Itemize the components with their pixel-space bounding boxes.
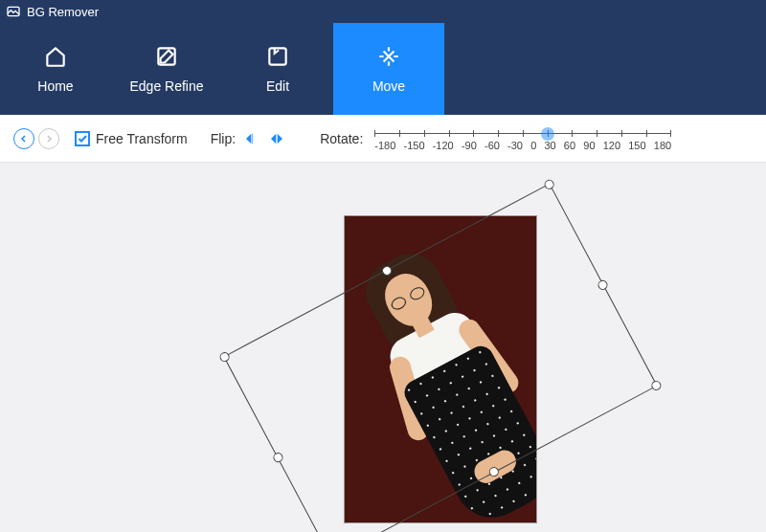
handle-left-center[interactable] — [272, 451, 285, 464]
handle-top-right[interactable] — [543, 178, 556, 191]
nav-label: Home — [37, 78, 73, 94]
undo-redo-group — [13, 128, 59, 149]
flip-horizontal-button[interactable] — [243, 131, 260, 146]
redo-button[interactable] — [38, 128, 59, 149]
move-toolbar: Free Transform Flip: Rotate: -180-150-12… — [0, 115, 766, 163]
nav-label: Edit — [266, 78, 289, 94]
main-nav: Home Edge Refine Edit Move — [0, 23, 766, 115]
flip-group: Flip: — [211, 131, 285, 146]
titlebar: BG Remover — [0, 0, 766, 23]
canvas-area[interactable] — [0, 163, 766, 532]
handle-top-left[interactable] — [218, 350, 232, 364]
free-transform-label: Free Transform — [96, 131, 188, 146]
slider-ticks — [374, 130, 671, 137]
handle-right-center[interactable] — [597, 278, 610, 292]
rotate-slider[interactable]: -180-150-120-90-60-300306090120150180 — [374, 124, 671, 153]
subject-image — [345, 216, 536, 522]
image-frame[interactable] — [345, 216, 536, 522]
checkbox-icon — [75, 131, 90, 146]
rotate-group: Rotate: -180-150-120-90-60-3003060901201… — [320, 124, 671, 153]
free-transform-checkbox[interactable]: Free Transform — [75, 131, 188, 146]
flip-label: Flip: — [211, 131, 236, 146]
nav-label: Edge Refine — [129, 78, 203, 94]
app-title: BG Remover — [27, 5, 99, 19]
home-icon — [43, 44, 68, 69]
handle-bottom-right[interactable] — [650, 379, 664, 392]
slider-labels: -180-150-120-90-60-300306090120150180 — [374, 140, 671, 151]
move-icon — [376, 44, 401, 69]
edge-refine-icon — [154, 44, 179, 69]
app-logo-icon — [6, 4, 21, 19]
edit-icon — [265, 44, 290, 69]
nav-edge-refine[interactable]: Edge Refine — [111, 23, 222, 115]
undo-button[interactable] — [13, 128, 34, 149]
slider-thumb[interactable] — [541, 127, 554, 141]
flip-vertical-button[interactable] — [268, 131, 285, 146]
rotate-label: Rotate: — [320, 131, 363, 146]
nav-move[interactable]: Move — [333, 23, 444, 115]
nav-home[interactable]: Home — [0, 23, 111, 115]
nav-label: Move — [372, 78, 405, 94]
nav-edit[interactable]: Edit — [222, 23, 333, 115]
